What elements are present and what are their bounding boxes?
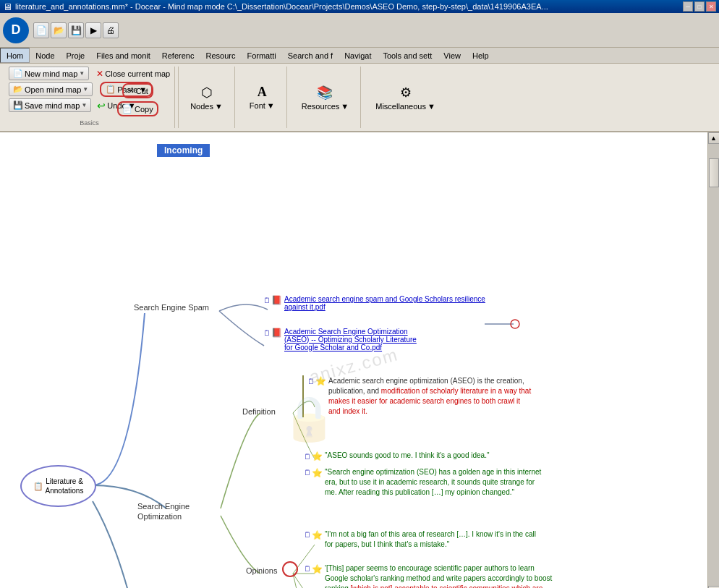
branch-spam-label: Search Engine Spam [134,303,209,312]
quickbtn-save[interactable]: 💾 [68,22,84,38]
ribbon-content: 📄 New mind map ▼ ✕ Close current map 📂 O… [0,64,719,131]
file2-box[interactable]: 🗒 📕 Academic Search Engine Optimization … [262,326,418,353]
ribbon-nodes-section: ⬡ Nodes ▼ [178,67,235,128]
quote2-box[interactable]: 🗒 ⭐ "Search engine optimization (SEO) ha… [302,466,545,498]
q1-star-icon: ⭐ [312,451,323,461]
scroll-track [708,144,720,586]
q2-star-icon: ⭐ [312,467,323,480]
opinions-label: Opinions [246,566,277,575]
ribbon-resources-section: 📚 Resources ▼ [290,67,361,128]
ribbon-font-section: A Font ▼ [238,67,287,128]
appbar: D 📄 📂 💾 ▶ 🖨 [0,13,719,48]
font-dropdown[interactable]: ▼ [267,101,275,110]
file1-box[interactable]: 🗒 📕 Academic search engine spam and Goog… [262,294,490,312]
font-icon: A [258,85,267,100]
quote3-content: 🗒 ⭐ "I'm not a big fan of this area of r… [302,529,545,550]
menu-navigat[interactable]: Navigat [339,48,377,63]
close-current-map-button[interactable]: Close current map [105,69,170,78]
scroll-thumb[interactable] [709,158,719,187]
file2-icons: 🗒 📕 [263,328,282,338]
copy-button[interactable]: Copy [135,105,153,114]
basics-label: Basics [80,118,99,127]
opinions-circle [282,561,298,577]
menu-tools[interactable]: Tools and sett [377,48,438,63]
quote4-content: 🗒 ⭐ '[This] paper seems to encourage sci… [302,563,559,588]
svg-point-1 [511,320,519,328]
menu-proje[interactable]: Proje [61,48,91,63]
menu-node[interactable]: Node [30,48,60,63]
ribbon: 📄 New mind map ▼ ✕ Close current map 📂 O… [0,64,719,132]
file1-pdf-icon: 📕 [271,295,282,305]
quote1-content: 🗒 ⭐ "ASEO sounds good to me. I think it'… [302,451,490,462]
resources-dropdown[interactable]: ▼ [341,102,349,111]
menu-formatti[interactable]: Formatti [241,48,281,63]
resources-label-group: Resources ▼ [302,102,349,111]
misc-label-group: Miscellaneous ▼ [375,102,435,111]
misc-dropdown[interactable]: ▼ [427,102,435,111]
q4-icons: 🗒 ⭐ [304,563,323,576]
menu-referenc[interactable]: Referenc [156,48,200,63]
definition-label: Definition [242,407,276,416]
scrollbar-right: ▲ ▼ [707,132,719,588]
new-mind-map-button[interactable]: 📄 New mind map ▼ [9,67,89,80]
def-text-box[interactable]: 🗒 ⭐ Academic search engine optimization … [302,375,534,417]
misc-label: Miscellaneous [375,102,426,111]
copy-icon: 📄 [122,104,132,114]
undo-icon: ↩ [97,100,106,111]
central-node[interactable]: 📋 Literature &Annotations [20,465,96,507]
app-logo: D [3,17,29,43]
nodes-icon: ⬡ [201,85,213,101]
quote1-box[interactable]: 🗒 ⭐ "ASEO sounds good to me. I think it'… [302,451,490,462]
ribbon-row-1: 📄 New mind map ▼ ✕ Close current map [9,67,170,80]
ribbon-group-basics: 📄 New mind map ▼ ✕ Close current map 📂 O… [4,67,175,128]
menu-help[interactable]: Help [467,48,495,63]
nodes-dropdown[interactable]: ▼ [215,102,223,111]
quickbtn-open[interactable]: 📂 [51,22,67,38]
quickbtn-print[interactable]: 🖨 [103,22,119,38]
minimize-button[interactable]: ─ [683,1,693,12]
misc-icon: ⚙ [400,85,412,101]
window-controls: ─ □ ✕ [683,1,716,12]
close-button[interactable]: ✕ [706,1,716,12]
incoming-label: Incoming [157,144,210,157]
quote1-text: "ASEO sounds good to me. I think it's a … [325,451,489,459]
quote3-box[interactable]: 🗒 ⭐ "I'm not a big fan of this area of r… [302,529,545,550]
file2-doc-icon: 🗒 [263,329,271,337]
branch-seo-label: Search EngineOptimization [137,502,190,521]
menu-view[interactable]: View [438,48,467,63]
new-mindmap-icon: 📄 [13,69,23,78]
file1-doc-icon: 🗒 [263,297,271,304]
maximize-button[interactable]: □ [694,1,705,12]
quick-buttons: 📄 📂 💾 ▶ 🖨 [33,22,119,38]
open-mind-map-button[interactable]: 📂 Open mind map ▼ [9,82,93,96]
quote4-box[interactable]: 🗒 ⭐ '[This] paper seems to encourage sci… [302,563,559,588]
font-label: Font [250,101,265,110]
menu-resourc[interactable]: Resourc [200,48,241,63]
quickbtn-new[interactable]: 📄 [33,22,49,38]
paste-icon: 📋 [106,85,116,94]
menu-search[interactable]: Search and f [282,48,339,63]
quickbtn-run[interactable]: ▶ [85,22,101,38]
connections-svg [0,132,707,588]
font-label-group: Font ▼ [250,101,275,110]
canvas[interactable]: Incoming 📋 Literature &Annotations Searc… [0,132,707,588]
quote2-text: "Search engine optimization (SEO) has a … [325,467,543,498]
file2-content: 🗒 📕 Academic Search Engine Optimization … [262,326,418,353]
q2-doc-icon: 🗒 [304,468,311,478]
menu-hom[interactable]: Hom [0,48,30,63]
cut-button[interactable]: Cut [136,87,148,95]
open-mindmap-dropdown: ▼ [82,86,88,93]
def-star-icon: ⭐ [315,376,326,386]
central-node-label: Literature &Annotations [46,477,84,495]
quote3-text: "I'm not a big fan of this area of resea… [325,529,543,550]
file1-icons: 🗒 📕 [263,295,282,305]
q3-doc-icon: 🗒 [304,530,311,540]
cut-icon: ✂ [127,86,134,95]
def-text-content: 🗒 ⭐ Academic search engine optimization … [306,375,534,417]
def-icons: 🗒 ⭐ [307,376,326,386]
q1-icons: 🗒 ⭐ [304,451,323,461]
menu-files[interactable]: Files and monit [90,48,156,63]
scroll-up-arrow[interactable]: ▲ [708,132,720,144]
close-icon: ✕ [96,69,103,79]
save-mind-map-button[interactable]: 💾 Save mind map ▼ [9,98,91,112]
